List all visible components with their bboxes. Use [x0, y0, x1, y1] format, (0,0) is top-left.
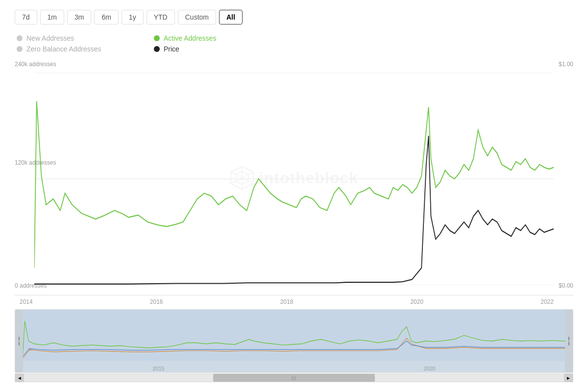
overview-chart: 20152020 [15, 309, 573, 373]
scroll-thumb[interactable]: ||| [213, 374, 375, 382]
chart-legend: New AddressesZero Balance AddressesActiv… [15, 34, 573, 53]
legend-label-new-addresses: New Addresses [26, 34, 74, 42]
legend-dot-new-addresses [17, 35, 23, 41]
legend-label-price: Price [164, 45, 179, 53]
handle-line-3 [568, 337, 569, 341]
chart-wrapper: 240k addresses 120k addresses 0 addresse… [15, 61, 573, 382]
x-label-2014: 2014 [20, 298, 33, 305]
legend-item-new-addresses: New Addresses [17, 34, 144, 42]
legend-label-zero-balance-addresses: Zero Balance Addresses [26, 45, 101, 53]
main-chart-svg [34, 73, 554, 285]
time-filter-btn-1y[interactable]: 1y [122, 10, 144, 24]
scroll-right-arrow[interactable]: ► [564, 373, 573, 382]
handle-line-2 [19, 342, 20, 345]
scroll-track: ||| [24, 374, 564, 382]
time-filter-btn-ytd[interactable]: YTD [147, 10, 175, 24]
y-axis-top-left: 240k addresses [15, 61, 56, 68]
legend-dot-price [154, 46, 160, 52]
x-label-2020: 2020 [410, 298, 423, 305]
app-container: 7d1m3m6m1yYTDCustomAll New AddressesZero… [0, 0, 588, 392]
overview-svg [15, 310, 573, 372]
time-filter-btn-7d[interactable]: 7d [15, 10, 37, 24]
left-handle-lines [19, 337, 20, 345]
time-filter-btn-3m[interactable]: 3m [67, 10, 91, 24]
scrollbar: ◄ ||| ► [15, 373, 573, 382]
x-label-2022: 2022 [540, 298, 554, 305]
time-filter-btn-all[interactable]: All [219, 10, 243, 24]
y-axis-top-right: $1.00 [559, 61, 573, 68]
right-handle-lines [568, 337, 569, 345]
x-label-2018: 2018 [280, 298, 294, 305]
legend-item-zero-balance-addresses: Zero Balance Addresses [17, 45, 144, 53]
handle-line-4 [568, 342, 569, 345]
scroll-handle-right[interactable] [565, 310, 573, 372]
scroll-thumb-handle: ||| [292, 375, 296, 380]
scroll-handle-left[interactable] [15, 310, 23, 372]
legend-label-active-addresses: Active Addresses [164, 34, 216, 42]
x-axis: 20142016201820202022 [15, 295, 573, 308]
legend-dot-active-addresses [154, 35, 160, 41]
legend-item-price: Price [154, 45, 281, 53]
handle-line-1 [19, 337, 20, 341]
svg-rect-8 [23, 310, 565, 361]
y-axis-bot-right: $0.00 [559, 282, 573, 289]
time-filter-btn-1m[interactable]: 1m [40, 10, 64, 24]
time-filter-bar: 7d1m3m6m1yYTDCustomAll [15, 10, 573, 24]
x-label-2016: 2016 [150, 298, 163, 305]
scroll-left-arrow[interactable]: ◄ [15, 373, 24, 382]
legend-dot-zero-balance-addresses [17, 46, 23, 52]
time-filter-btn-custom[interactable]: Custom [178, 10, 216, 24]
legend-item-active-addresses: Active Addresses [154, 34, 281, 42]
time-filter-btn-6m[interactable]: 6m [94, 10, 118, 24]
main-chart-area: 240k addresses 120k addresses 0 addresse… [15, 61, 573, 295]
